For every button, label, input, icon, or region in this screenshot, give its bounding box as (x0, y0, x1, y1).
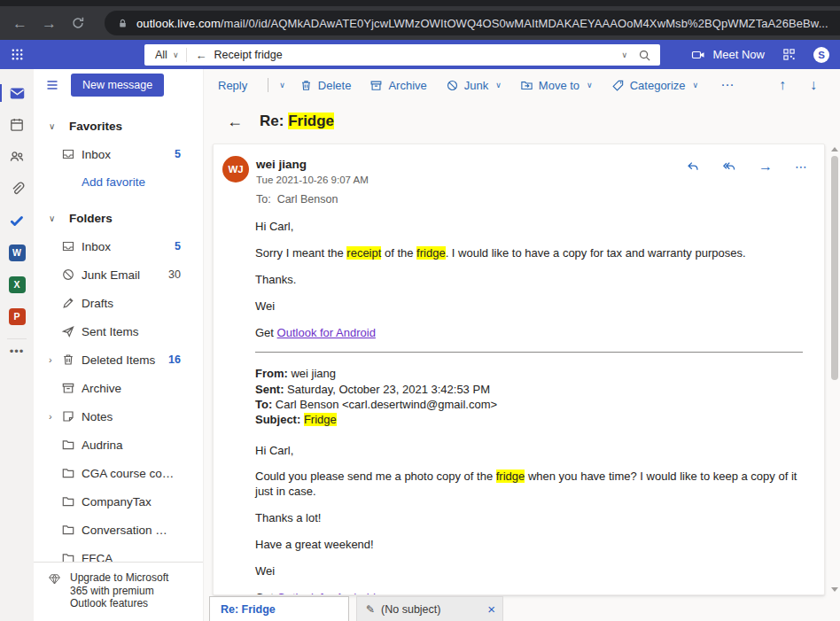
move-to-button[interactable]: Move to ∨ (520, 79, 593, 92)
previous-message-up-icon[interactable]: ↑ (779, 77, 786, 93)
quoted-paragraph: Could you please send me a photo copy of… (255, 470, 803, 500)
archive-button[interactable]: Archive (369, 79, 426, 92)
chevron-right-icon[interactable]: › (49, 411, 61, 422)
recipient-line: To: Carl Benson (256, 193, 824, 206)
sidebar-item-sent-items[interactable]: Sent Items (34, 317, 203, 345)
search-scope-dropdown[interactable]: All ∨ (144, 49, 186, 61)
body-signature: Wei (255, 299, 803, 314)
folder-pane: New message ∨ Favorites Inbox 5 Add favo… (34, 69, 204, 621)
page-url: outlook.live.com/mail/0/id/AQMkADAwATE0Y… (136, 17, 828, 30)
message-area: WJ wei jiang Tue 2021-10-26 9:07 AM → ⋯ … (204, 142, 840, 621)
search-input[interactable] (214, 49, 622, 61)
browser-reload-icon[interactable] (71, 16, 85, 30)
rail-mail-icon[interactable] (0, 78, 34, 108)
sidebar-item-archive[interactable]: Archive (34, 374, 203, 402)
unread-count: 16 (168, 353, 181, 366)
add-favorite-link[interactable]: Add favorite (34, 168, 203, 195)
browser-back-icon[interactable]: ← (12, 16, 27, 31)
rail-calendar-icon[interactable] (0, 110, 34, 140)
sidebar-item-cga-course[interactable]: CGA course confirm… (34, 459, 203, 487)
sender-name[interactable]: wei jiang (256, 158, 307, 171)
close-icon[interactable]: × (487, 602, 495, 617)
upgrade-banner[interactable]: Upgrade to Microsoft 365 with premium Ou… (34, 562, 203, 621)
folders-section-header[interactable]: ∨ Folders (34, 204, 203, 232)
rail-attachments-icon[interactable] (0, 174, 34, 204)
reply-button[interactable]: Reply (218, 79, 247, 92)
draft-tab-no-subject[interactable]: ✎ (No subject) × (356, 596, 503, 621)
sidebar-item-deleted-items[interactable]: › Deleted Items 16 (34, 345, 203, 374)
draft-tab-re-fridge[interactable]: Re: Fridge (209, 596, 349, 621)
rail-divider (7, 338, 27, 339)
sidebar-item-junk-email[interactable]: Junk Email 30 (34, 260, 203, 289)
sidebar-item-inbox[interactable]: Inbox 5 (34, 232, 203, 260)
outlook-header: All ∨ ← ∨ Meet Now S (0, 40, 840, 69)
search-bar[interactable]: All ∨ ← ∨ (144, 44, 660, 66)
reply-all-icon[interactable] (722, 159, 736, 174)
chevron-right-icon[interactable]: › (49, 354, 61, 365)
browser-title-strip (0, 0, 840, 6)
rail-word-icon[interactable]: W (0, 237, 34, 268)
back-arrow-icon[interactable]: ← (227, 113, 243, 131)
more-commands-icon[interactable]: ⋯ (720, 77, 735, 93)
junk-blocked-icon (61, 268, 82, 282)
forward-icon[interactable]: → (758, 160, 773, 173)
my-day-grid-icon[interactable] (782, 48, 796, 61)
search-suggestions-chevron-icon[interactable]: ∨ (621, 50, 627, 59)
rail-todo-icon[interactable] (0, 206, 34, 236)
reading-pane-scrollbar[interactable] (829, 144, 840, 595)
sidebar-item-notes[interactable]: › Notes (34, 402, 203, 431)
skype-icon[interactable]: S (813, 47, 829, 63)
search-back-icon[interactable]: ← (187, 49, 214, 62)
unread-count: 5 (175, 148, 181, 160)
search-icon[interactable] (638, 49, 651, 62)
chevron-down-icon: ∨ (587, 81, 593, 89)
meet-now-button[interactable]: Meet Now (691, 48, 765, 62)
command-bar: Reply ∨ Delete Archive Junk ∨ Move to ∨ (204, 69, 840, 101)
next-message-down-icon[interactable]: ↓ (810, 77, 817, 93)
sidebar-item-favorites-inbox[interactable]: Inbox 5 (34, 140, 203, 168)
junk-blocked-icon (446, 79, 459, 92)
sidebar-item-drafts[interactable]: Drafts (34, 289, 203, 317)
rail-people-icon[interactable] (0, 142, 34, 172)
new-message-button[interactable]: New message (71, 74, 164, 97)
collapse-pane-hamburger-icon[interactable] (45, 78, 59, 92)
delete-button[interactable]: Delete (299, 79, 352, 92)
reply-options-chevron-icon[interactable]: ∨ (277, 81, 285, 89)
address-bar[interactable]: outlook.live.com/mail/0/id/AQMkADAwATE0Y… (105, 11, 840, 35)
sidebar-item-conversation-history[interactable]: Conversation History (34, 516, 203, 544)
send-icon (61, 324, 82, 338)
outlook-for-android-link[interactable]: Outlook for Android (277, 591, 376, 595)
folder-icon (61, 494, 82, 508)
subject-highlight: Fridge (288, 113, 334, 129)
avatar[interactable]: WJ (222, 156, 249, 182)
scroll-up-arrow[interactable] (831, 147, 838, 151)
categorize-button[interactable]: Categorize ∨ (611, 79, 698, 92)
recipient-name[interactable]: Carl Benson (277, 193, 338, 206)
favorites-section-header[interactable]: ∨ Favorites (34, 112, 203, 140)
folder-icon (61, 466, 82, 480)
sidebar-item-ffca[interactable]: FFCA (34, 544, 203, 562)
tag-icon (611, 79, 625, 92)
sidebar-item-companytax[interactable]: CompanyTax (34, 487, 203, 516)
app-launcher-waffle-icon[interactable] (0, 48, 34, 61)
reply-icon[interactable] (686, 159, 700, 174)
quoted-thanks: Thanks a lot! (255, 511, 803, 526)
diamond-icon (48, 572, 61, 610)
rail-more-apps-icon[interactable]: ••• (10, 345, 25, 358)
scrollbar-thumb[interactable] (831, 156, 838, 380)
unread-count: 5 (175, 240, 181, 252)
rail-powerpoint-icon[interactable]: P (0, 301, 34, 331)
item-count: 30 (168, 268, 181, 281)
message-card: WJ wei jiang Tue 2021-10-26 9:07 AM → ⋯ … (213, 144, 825, 595)
sidebar-item-audrina[interactable]: Audrina (34, 431, 203, 459)
message-more-icon[interactable]: ⋯ (795, 159, 808, 174)
folder-icon (61, 523, 82, 537)
scroll-down-arrow[interactable] (831, 587, 838, 592)
trash-icon (299, 79, 313, 92)
junk-button[interactable]: Junk ∨ (446, 79, 502, 92)
rail-excel-icon[interactable]: X (0, 269, 34, 299)
command-divider (268, 78, 268, 92)
browser-forward-icon[interactable]: → (42, 16, 57, 31)
message-date: Tue 2021-10-26 9:07 AM (256, 175, 686, 185)
outlook-for-android-link[interactable]: Outlook for Android (277, 326, 376, 339)
